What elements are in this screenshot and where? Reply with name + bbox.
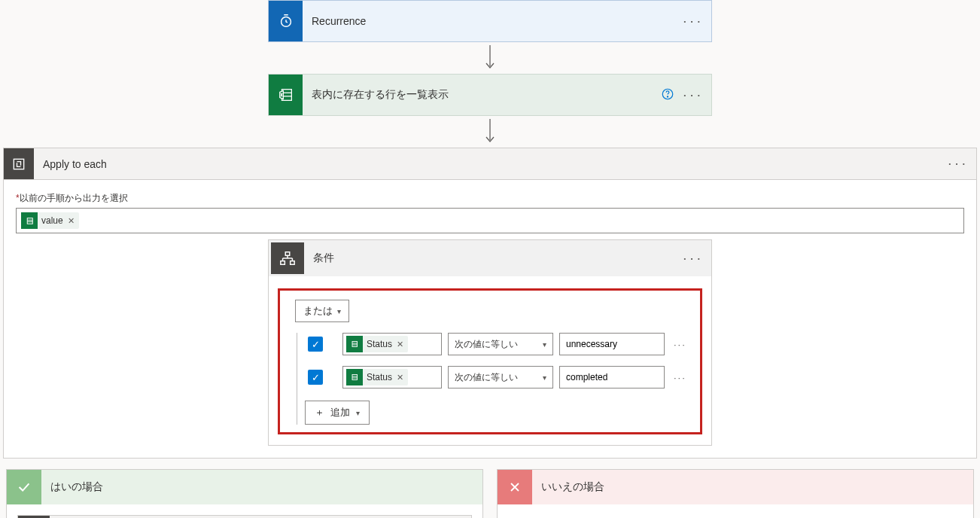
- token-label: Status: [363, 372, 397, 382]
- trigger-card[interactable]: Recurrence · · ·: [268, 0, 712, 42]
- foreach-actions: · · ·: [938, 158, 976, 169]
- value-input[interactable]: [559, 366, 665, 388]
- condition-icon: [271, 242, 304, 274]
- chevron-down-icon: ▾: [543, 373, 546, 382]
- token-value[interactable]: value ✕: [21, 212, 79, 229]
- chevron-down-icon: ▾: [356, 409, 360, 417]
- plus-icon: ＋: [315, 406, 324, 419]
- foreach-title: Apply to each: [34, 158, 938, 170]
- condition-card: 条件 · · · または ▾ ✓: [268, 239, 712, 446]
- help-icon[interactable]: [661, 87, 674, 103]
- branch-no-title: いいえの場合: [532, 480, 613, 494]
- foreach-header[interactable]: Apply to each · · ·: [4, 148, 976, 180]
- excel-action-card[interactable]: 表内に存在する行を一覧表示 · · ·: [268, 74, 712, 116]
- svg-rect-9: [27, 218, 32, 224]
- excel-icon: [346, 369, 363, 385]
- token-status[interactable]: Status ✕: [346, 336, 408, 352]
- svg-rect-17: [281, 261, 285, 265]
- row-more-icon[interactable]: ···: [671, 339, 689, 350]
- condition-row: ✓ Status ✕ 次の値: [305, 333, 692, 355]
- branches: はいの場合 操作を選択してください ✕ いいえの場合: [3, 469, 977, 518]
- svg-rect-22: [352, 375, 358, 380]
- row-checkbox[interactable]: ✓: [308, 370, 323, 385]
- operator-select[interactable]: 次の値に等しい ▾: [448, 366, 553, 388]
- token-remove[interactable]: ✕: [397, 340, 408, 349]
- svg-rect-19: [352, 342, 358, 347]
- field-input[interactable]: Status ✕: [342, 366, 442, 388]
- foreach-card: Apply to each · · · *以前の手順から出力を選択 value …: [3, 148, 977, 459]
- clock-icon: [269, 1, 303, 41]
- more-icon[interactable]: · · ·: [683, 253, 701, 264]
- add-label: 追加: [330, 406, 350, 419]
- prev-output-label: *以前の手順から出力を選択: [16, 192, 964, 205]
- select-operation-card[interactable]: 操作を選択してください ✕: [17, 515, 472, 518]
- trigger-actions: · · ·: [673, 16, 711, 27]
- more-icon[interactable]: · · ·: [948, 158, 966, 169]
- group-operator-label: または: [303, 304, 333, 318]
- token-status[interactable]: Status ✕: [346, 369, 408, 385]
- operator-select[interactable]: 次の値に等しい ▾: [448, 333, 553, 355]
- arrow-connector: [483, 116, 497, 148]
- trigger-title: Recurrence: [303, 15, 673, 27]
- excel-icon: [21, 212, 38, 229]
- arrow-connector: [483, 42, 497, 74]
- loop-icon: [4, 148, 34, 179]
- row-more-icon[interactable]: ···: [671, 372, 689, 383]
- token-remove[interactable]: ✕: [397, 373, 408, 382]
- condition-highlight: または ▾ ✓ Status: [278, 288, 702, 434]
- add-row-button[interactable]: ＋ 追加 ▾: [305, 401, 370, 425]
- svg-point-6: [667, 96, 668, 96]
- check-icon: [7, 470, 41, 504]
- excel-icon: [346, 336, 363, 352]
- more-icon[interactable]: · · ·: [683, 16, 701, 27]
- row-checkbox[interactable]: ✓: [308, 337, 323, 352]
- group-operator-button[interactable]: または ▾: [295, 300, 349, 322]
- condition-row: ✓ Status ✕ 次の値: [305, 366, 692, 388]
- branch-yes-header[interactable]: はいの場合: [7, 470, 482, 504]
- excel-action-title: 表内に存在する行を一覧表示: [303, 88, 650, 102]
- operator-label: 次の値に等しい: [455, 338, 518, 351]
- svg-rect-12: [285, 252, 290, 256]
- field-input[interactable]: Status ✕: [342, 333, 442, 355]
- more-icon[interactable]: · · ·: [683, 90, 701, 101]
- svg-rect-8: [14, 159, 23, 169]
- value-input[interactable]: [559, 333, 665, 355]
- token-remove[interactable]: ✕: [68, 216, 79, 226]
- excel-action-actions: · · ·: [650, 87, 711, 103]
- chevron-down-icon: ▾: [543, 340, 546, 349]
- condition-title: 条件: [304, 251, 673, 265]
- branch-no: いいえの場合: [497, 469, 974, 518]
- branch-yes: はいの場合 操作を選択してください ✕: [6, 469, 483, 518]
- operator-label: 次の値に等しい: [455, 371, 518, 384]
- token-label: Status: [363, 339, 397, 349]
- token-label: value: [38, 215, 68, 226]
- x-icon: [498, 470, 532, 504]
- chevron-down-icon: ▾: [337, 307, 341, 315]
- svg-rect-18: [291, 261, 295, 265]
- branch-yes-title: はいの場合: [41, 480, 112, 494]
- condition-header[interactable]: 条件 · · ·: [269, 240, 711, 276]
- excel-icon: [269, 75, 303, 115]
- prev-output-input[interactable]: value ✕: [16, 208, 964, 233]
- branch-no-header[interactable]: いいえの場合: [498, 470, 973, 504]
